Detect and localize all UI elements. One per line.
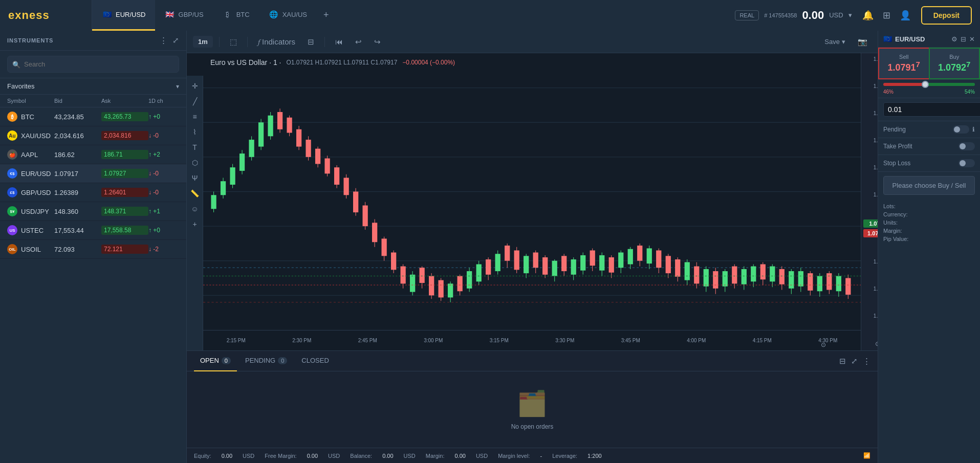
free-margin-currency: USD xyxy=(328,453,340,459)
chart-ohlc: O1.07921 H1.07921 L1.07911 C1.07917 xyxy=(287,59,398,66)
instrument-row-usoil[interactable]: OIL USOIL 72.093 72.121 ↓ -2 xyxy=(0,240,186,259)
sidebar-expand-icon[interactable]: ⤢ xyxy=(172,36,179,45)
tab-flag-xauusd: 🌐 xyxy=(268,9,279,20)
pending-toggle[interactable] xyxy=(953,125,969,134)
more-tools[interactable]: + xyxy=(190,218,199,230)
tab-closed[interactable]: CLOSED xyxy=(295,351,335,371)
svg-rect-89 xyxy=(580,255,585,271)
buy-button[interactable]: Buy 1.07927 xyxy=(929,48,981,79)
stop-loss-toggle[interactable] xyxy=(959,159,975,167)
sell-label: Sell xyxy=(882,54,926,60)
inst-bid-usoil: 72.093 xyxy=(54,246,101,253)
sidebar-settings-icon[interactable]: ⋮ xyxy=(160,36,167,45)
measure-tool[interactable]: 📏 xyxy=(188,187,201,200)
free-margin-label: Free Margin: xyxy=(265,453,296,459)
bottom-panel-icon-2[interactable]: ⤢ xyxy=(851,357,858,366)
save-button[interactable]: Save ▾ xyxy=(820,36,850,48)
user-icon[interactable]: 👤 xyxy=(900,10,911,21)
rp-settings-icon[interactable]: ⚙ xyxy=(951,35,957,43)
svg-rect-47 xyxy=(381,238,386,256)
instrument-row-eurusd[interactable]: €$ EUR/USD 1.07917 1.07927 ↓ -0 xyxy=(0,164,186,183)
svg-rect-135 xyxy=(798,271,803,286)
tab-xauusd[interactable]: 🌐XAU/US xyxy=(259,0,316,31)
lot-input[interactable] xyxy=(883,102,980,117)
tab-open[interactable]: OPEN 0 xyxy=(194,351,237,371)
inst-bid-xauusd: 2,034.616 xyxy=(54,132,101,140)
instrument-row-gbpusd[interactable]: £$ GBP/USD 1.26389 1.26401 ↓ -0 xyxy=(0,183,186,202)
time-230: 2:30 PM xyxy=(292,338,311,343)
take-profit-label: Take Profit xyxy=(883,143,912,150)
price-scale-settings[interactable]: ⊙ xyxy=(863,340,878,347)
price-label-8: 1.07850 xyxy=(863,286,878,292)
right-panel-header: 🇪🇺 EUR/USD ⚙ ⊟ ✕ xyxy=(878,31,980,48)
favorites-bar[interactable]: Favorites ▾ xyxy=(0,78,186,95)
instrument-row-xauusd[interactable]: Au XAU/USD 2,034.616 2,034.816 ↓ -0 xyxy=(0,126,186,145)
svg-rect-21 xyxy=(258,122,264,146)
svg-rect-87 xyxy=(571,259,576,275)
spread-track xyxy=(883,83,975,86)
col-ask: Ask xyxy=(101,98,148,104)
screenshot-button[interactable]: 📷 xyxy=(854,35,872,49)
pending-info-icon[interactable]: ℹ xyxy=(972,126,975,133)
text-tool[interactable]: T xyxy=(190,141,199,153)
bar-type-button[interactable]: ⬚ xyxy=(226,35,241,49)
indicators-button[interactable]: 𝑓 Indicators xyxy=(254,35,299,49)
no-orders-icon: 🗂️ xyxy=(517,389,548,418)
spread-pct-left: 46% xyxy=(883,89,894,95)
instrument-row-aapl[interactable]: 🍎 AAPL 186.62 186.71 ↑ +2 xyxy=(0,145,186,164)
time-415: 4:15 PM xyxy=(753,338,772,343)
grid-icon[interactable]: ⊞ xyxy=(883,10,890,21)
tab-eurusd[interactable]: 🇪🇺EUR/USD xyxy=(92,0,155,31)
price-label-7: 1.07900 xyxy=(863,259,878,264)
crosshair-tool[interactable]: ✛ xyxy=(190,80,200,92)
trend-line-tool[interactable]: ╱ xyxy=(191,95,199,107)
svg-rect-81 xyxy=(542,257,548,275)
tab-btc[interactable]: ₿BTC xyxy=(213,0,259,31)
layout-button[interactable]: ⊟ xyxy=(303,35,318,49)
inst-bid-btc: 43,234.85 xyxy=(54,113,101,121)
instrument-row-btc[interactable]: ₿ BTC 43,234.85 43,265.73 ↑ +0 xyxy=(0,107,186,126)
price-label-1: 1.08200 xyxy=(863,56,878,62)
add-tab-button[interactable]: + xyxy=(316,10,336,20)
place-order-button[interactable]: Please choose Buy / Sell xyxy=(883,176,975,195)
tab-pending-label: PENDING xyxy=(245,357,275,364)
take-profit-toggle-row: Take Profit xyxy=(878,138,980,155)
regression-tool[interactable]: ⌇ xyxy=(191,126,199,138)
tab-pending[interactable]: PENDING 0 xyxy=(239,351,293,371)
inst-label-gbpusd: GBP/USD xyxy=(21,189,51,196)
time-400: 4:00 PM xyxy=(687,338,706,343)
search-input[interactable] xyxy=(7,56,179,73)
redo-button[interactable]: ↪ xyxy=(370,35,385,49)
rp-close-icon[interactable]: ✕ xyxy=(969,35,975,43)
price-label-5: 1.08000 xyxy=(863,165,878,170)
tab-pending-badge: 0 xyxy=(278,357,287,364)
rp-flag-icon: 🇪🇺 xyxy=(883,35,892,43)
svg-rect-33 xyxy=(315,149,320,164)
horizontal-line-tool[interactable]: ≡ xyxy=(190,111,199,123)
bottom-panel: OPEN 0 PENDING 0 CLOSED ⊟ ⤢ ⋮ xyxy=(187,350,878,463)
instrument-row-usdjpy[interactable]: $¥ USD/JPY 148.360 148.371 ↑ +1 xyxy=(0,202,186,221)
tab-gbpusd[interactable]: 🇬🇧GBP/US xyxy=(155,0,213,31)
fib-tool[interactable]: Ψ xyxy=(190,172,200,184)
svg-rect-79 xyxy=(533,253,538,268)
timeframe-1m-button[interactable]: 1m xyxy=(193,36,213,48)
shape-tool[interactable]: ⬡ xyxy=(190,157,200,169)
alarm-icon[interactable]: 🔔 xyxy=(862,10,874,21)
bottom-panel-icon-1[interactable]: ⊟ xyxy=(839,357,846,366)
emoji-tool[interactable]: ☺ xyxy=(189,203,200,215)
undo-button[interactable]: ↩ xyxy=(351,35,366,49)
rp-layout-icon[interactable]: ⊟ xyxy=(961,35,966,43)
instrument-row-ustec[interactable]: US USTEC 17,553.44 17,558.58 ↑ +0 xyxy=(0,221,186,240)
bottom-panel-icon-3[interactable]: ⋮ xyxy=(863,357,870,366)
svg-rect-43 xyxy=(362,206,367,227)
no-orders-text: No open orders xyxy=(511,423,554,430)
time-axis-settings[interactable]: ⊙ xyxy=(821,341,826,348)
inst-label-xauusd: XAU/USD xyxy=(21,132,51,140)
chart-info: Euro vs US Dollar · 1 · O1.07921 H1.0792… xyxy=(210,58,455,67)
deposit-button[interactable]: Deposit xyxy=(921,6,972,25)
balance-dropdown-icon[interactable]: ▾ xyxy=(848,11,852,19)
take-profit-toggle[interactable] xyxy=(959,142,975,150)
sell-button[interactable]: Sell 1.07917 xyxy=(878,48,929,79)
back-fast-button[interactable]: ⏮ xyxy=(331,35,347,48)
inst-name-aapl: 🍎 AAPL xyxy=(7,149,54,160)
